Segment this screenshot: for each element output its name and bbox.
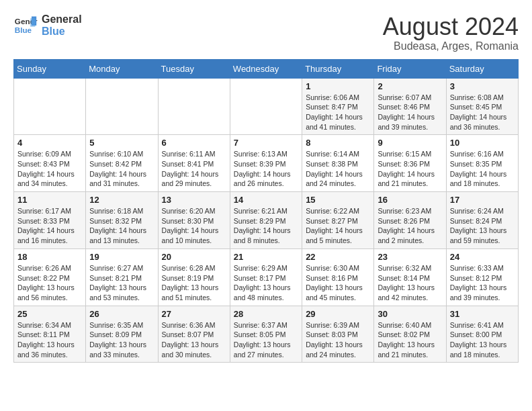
day-info: Sunrise: 6:09 AMSunset: 8:43 PMDaylight:… <box>17 149 82 189</box>
logo: General Blue GeneralBlue <box>13 13 82 38</box>
calendar-day-cell: 29Sunrise: 6:39 AMSunset: 8:03 PMDayligh… <box>302 306 374 363</box>
day-info: Sunrise: 6:41 AMSunset: 8:00 PMDaylight:… <box>450 320 515 360</box>
day-info: Sunrise: 6:15 AMSunset: 8:36 PMDaylight:… <box>378 149 442 189</box>
calendar-day-cell: 3Sunrise: 6:08 AMSunset: 8:45 PMDaylight… <box>446 78 518 135</box>
calendar-day-cell: 1Sunrise: 6:06 AMSunset: 8:47 PMDaylight… <box>302 78 374 135</box>
day-number: 11 <box>17 195 82 205</box>
day-number: 18 <box>17 252 82 262</box>
day-info: Sunrise: 6:29 AMSunset: 8:17 PMDaylight:… <box>234 263 298 303</box>
day-info: Sunrise: 6:37 AMSunset: 8:05 PMDaylight:… <box>234 320 298 360</box>
day-info: Sunrise: 6:35 AMSunset: 8:09 PMDaylight:… <box>89 320 154 360</box>
page-header: General Blue GeneralBlue August 2024 Bud… <box>13 13 519 52</box>
day-number: 23 <box>378 252 442 262</box>
calendar-header: SundayMondayTuesdayWednesdayThursdayFrid… <box>14 59 519 78</box>
logo-text: GeneralBlue <box>42 13 82 38</box>
day-info: Sunrise: 6:22 AMSunset: 8:27 PMDaylight:… <box>306 206 370 246</box>
day-number: 30 <box>378 309 442 319</box>
calendar-day-cell: 12Sunrise: 6:18 AMSunset: 8:32 PMDayligh… <box>86 192 158 249</box>
day-number: 21 <box>234 252 298 262</box>
day-number: 8 <box>306 138 370 148</box>
calendar-day-cell <box>230 78 302 135</box>
calendar-day-cell <box>86 78 158 135</box>
day-info: Sunrise: 6:21 AMSunset: 8:29 PMDaylight:… <box>234 206 298 246</box>
day-number: 10 <box>450 138 515 148</box>
calendar-week-row: 18Sunrise: 6:26 AMSunset: 8:22 PMDayligh… <box>14 248 519 306</box>
day-number: 14 <box>234 195 298 205</box>
day-info: Sunrise: 6:08 AMSunset: 8:45 PMDaylight:… <box>450 93 515 132</box>
day-number: 24 <box>450 252 515 262</box>
day-number: 7 <box>234 138 298 148</box>
day-info: Sunrise: 6:40 AMSunset: 8:02 PMDaylight:… <box>378 320 442 360</box>
calendar-day-cell: 25Sunrise: 6:34 AMSunset: 8:11 PMDayligh… <box>14 306 86 363</box>
day-number: 4 <box>17 138 82 148</box>
day-number: 17 <box>450 195 515 205</box>
title-block: August 2024 Budeasa, Arges, Romania <box>383 13 519 52</box>
calendar-table: SundayMondayTuesdayWednesdayThursdayFrid… <box>13 59 519 363</box>
day-of-week-header: Monday <box>86 59 158 78</box>
calendar-day-cell: 15Sunrise: 6:22 AMSunset: 8:27 PMDayligh… <box>302 192 374 249</box>
day-info: Sunrise: 6:10 AMSunset: 8:42 PMDaylight:… <box>89 149 154 189</box>
day-info: Sunrise: 6:20 AMSunset: 8:30 PMDaylight:… <box>162 206 226 246</box>
calendar-day-cell: 24Sunrise: 6:33 AMSunset: 8:12 PMDayligh… <box>446 248 518 306</box>
calendar-week-row: 25Sunrise: 6:34 AMSunset: 8:11 PMDayligh… <box>14 306 519 363</box>
calendar-body: 1Sunrise: 6:06 AMSunset: 8:47 PMDaylight… <box>14 78 519 363</box>
day-number: 2 <box>378 81 442 91</box>
day-info: Sunrise: 6:23 AMSunset: 8:26 PMDaylight:… <box>378 206 442 246</box>
day-number: 1 <box>306 81 370 91</box>
day-number: 9 <box>378 138 442 148</box>
calendar-day-cell: 21Sunrise: 6:29 AMSunset: 8:17 PMDayligh… <box>230 248 302 306</box>
day-number: 31 <box>450 309 515 319</box>
day-info: Sunrise: 6:26 AMSunset: 8:22 PMDaylight:… <box>17 263 82 303</box>
day-number: 27 <box>162 309 226 319</box>
day-info: Sunrise: 6:33 AMSunset: 8:12 PMDaylight:… <box>450 263 515 303</box>
day-info: Sunrise: 6:30 AMSunset: 8:16 PMDaylight:… <box>306 263 370 303</box>
calendar-day-cell: 22Sunrise: 6:30 AMSunset: 8:16 PMDayligh… <box>302 248 374 306</box>
day-info: Sunrise: 6:36 AMSunset: 8:07 PMDaylight:… <box>162 320 226 360</box>
calendar-day-cell: 10Sunrise: 6:16 AMSunset: 8:35 PMDayligh… <box>446 135 518 192</box>
day-info: Sunrise: 6:32 AMSunset: 8:14 PMDaylight:… <box>378 263 442 303</box>
calendar-day-cell: 23Sunrise: 6:32 AMSunset: 8:14 PMDayligh… <box>374 248 446 306</box>
calendar-week-row: 1Sunrise: 6:06 AMSunset: 8:47 PMDaylight… <box>14 78 519 135</box>
day-info: Sunrise: 6:24 AMSunset: 8:24 PMDaylight:… <box>450 206 515 246</box>
calendar-week-row: 11Sunrise: 6:17 AMSunset: 8:33 PMDayligh… <box>14 192 519 249</box>
calendar-day-cell: 6Sunrise: 6:11 AMSunset: 8:41 PMDaylight… <box>158 135 230 192</box>
calendar-day-cell: 16Sunrise: 6:23 AMSunset: 8:26 PMDayligh… <box>374 192 446 249</box>
day-number: 5 <box>89 138 154 148</box>
day-info: Sunrise: 6:14 AMSunset: 8:38 PMDaylight:… <box>306 149 370 189</box>
day-info: Sunrise: 6:11 AMSunset: 8:41 PMDaylight:… <box>162 149 226 189</box>
calendar-day-cell: 20Sunrise: 6:28 AMSunset: 8:19 PMDayligh… <box>158 248 230 306</box>
day-number: 16 <box>378 195 442 205</box>
day-number: 3 <box>450 81 515 91</box>
day-of-week-header: Saturday <box>446 59 518 78</box>
day-number: 12 <box>89 195 154 205</box>
day-number: 22 <box>306 252 370 262</box>
calendar-day-cell: 27Sunrise: 6:36 AMSunset: 8:07 PMDayligh… <box>158 306 230 363</box>
calendar-day-cell: 8Sunrise: 6:14 AMSunset: 8:38 PMDaylight… <box>302 135 374 192</box>
day-info: Sunrise: 6:27 AMSunset: 8:21 PMDaylight:… <box>89 263 154 303</box>
calendar-day-cell: 17Sunrise: 6:24 AMSunset: 8:24 PMDayligh… <box>446 192 518 249</box>
calendar-day-cell: 30Sunrise: 6:40 AMSunset: 8:02 PMDayligh… <box>374 306 446 363</box>
day-of-week-header: Sunday <box>14 59 86 78</box>
day-info: Sunrise: 6:13 AMSunset: 8:39 PMDaylight:… <box>234 149 298 189</box>
calendar-day-cell: 11Sunrise: 6:17 AMSunset: 8:33 PMDayligh… <box>14 192 86 249</box>
day-of-week-header: Wednesday <box>230 59 302 78</box>
calendar-day-cell: 31Sunrise: 6:41 AMSunset: 8:00 PMDayligh… <box>446 306 518 363</box>
day-info: Sunrise: 6:39 AMSunset: 8:03 PMDaylight:… <box>306 320 370 360</box>
day-info: Sunrise: 6:07 AMSunset: 8:46 PMDaylight:… <box>378 93 442 132</box>
day-number: 15 <box>306 195 370 205</box>
day-of-week-header: Tuesday <box>158 59 230 78</box>
day-number: 29 <box>306 309 370 319</box>
calendar-day-cell: 28Sunrise: 6:37 AMSunset: 8:05 PMDayligh… <box>230 306 302 363</box>
day-info: Sunrise: 6:16 AMSunset: 8:35 PMDaylight:… <box>450 149 515 189</box>
calendar-week-row: 4Sunrise: 6:09 AMSunset: 8:43 PMDaylight… <box>14 135 519 192</box>
calendar-day-cell: 9Sunrise: 6:15 AMSunset: 8:36 PMDaylight… <box>374 135 446 192</box>
day-info: Sunrise: 6:28 AMSunset: 8:19 PMDaylight:… <box>162 263 226 303</box>
day-info: Sunrise: 6:18 AMSunset: 8:32 PMDaylight:… <box>89 206 154 246</box>
calendar-subtitle: Budeasa, Arges, Romania <box>383 40 519 52</box>
day-info: Sunrise: 6:06 AMSunset: 8:47 PMDaylight:… <box>306 93 370 132</box>
calendar-day-cell: 13Sunrise: 6:20 AMSunset: 8:30 PMDayligh… <box>158 192 230 249</box>
day-of-week-header: Thursday <box>302 59 374 78</box>
calendar-day-cell <box>158 78 230 135</box>
calendar-day-cell: 4Sunrise: 6:09 AMSunset: 8:43 PMDaylight… <box>14 135 86 192</box>
calendar-day-cell: 7Sunrise: 6:13 AMSunset: 8:39 PMDaylight… <box>230 135 302 192</box>
